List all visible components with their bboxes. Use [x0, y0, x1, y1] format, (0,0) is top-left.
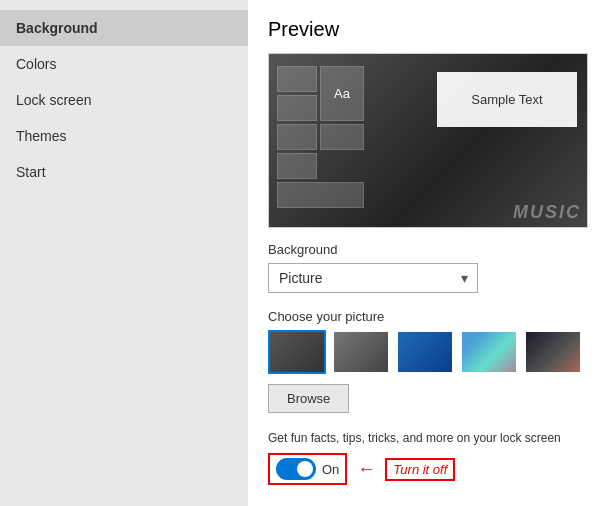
toggle-on-label: On	[322, 462, 339, 477]
background-label: Background	[268, 242, 582, 257]
lock-screen-toggle[interactable]	[276, 458, 316, 480]
sidebar-item-themes[interactable]: Themes	[0, 118, 248, 154]
preview-box: MUSIC Aa Sample Text	[268, 53, 588, 228]
turn-it-off-label[interactable]: Turn it off	[385, 458, 455, 481]
preview-sample-text-box: Sample Text	[437, 72, 577, 127]
preview-tiles: Aa	[277, 66, 367, 216]
thumb-4-inner	[462, 332, 516, 372]
preview-tile-4	[320, 124, 364, 150]
background-select[interactable]: Picture Solid color Slideshow	[268, 263, 478, 293]
picture-thumb-2[interactable]	[332, 330, 390, 374]
picture-thumb-1[interactable]	[268, 330, 326, 374]
toggle-row: On ← Turn it off	[268, 453, 582, 485]
preview-music-text: MUSIC	[513, 202, 581, 223]
sidebar-item-colors[interactable]: Colors	[0, 46, 248, 82]
preview-tile-5	[277, 153, 317, 179]
preview-tile-1	[277, 66, 317, 92]
arrow-right-icon: ←	[357, 459, 375, 480]
background-dropdown-section: Background Picture Solid color Slideshow	[268, 242, 582, 293]
background-select-wrapper: Picture Solid color Slideshow	[268, 263, 478, 293]
thumb-1-inner	[270, 332, 324, 372]
thumb-5-inner	[526, 332, 580, 372]
browse-button[interactable]: Browse	[268, 384, 349, 413]
tip-text: Get fun facts, tips, tricks, and more on…	[268, 431, 578, 445]
sidebar: Background Colors Lock screen Themes Sta…	[0, 0, 248, 506]
picture-chooser	[268, 330, 582, 374]
toggle-area: On	[268, 453, 347, 485]
picture-thumb-3[interactable]	[396, 330, 454, 374]
preview-tile-3	[277, 124, 317, 150]
picture-thumb-5[interactable]	[524, 330, 582, 374]
thumb-3-inner	[398, 332, 452, 372]
preview-tile-aa: Aa	[320, 66, 364, 121]
sidebar-item-lock-screen[interactable]: Lock screen	[0, 82, 248, 118]
preview-tile-wide	[277, 182, 364, 208]
preview-tile-2	[277, 95, 317, 121]
main-content: Preview MUSIC Aa Sample Text Background …	[248, 0, 602, 506]
sidebar-item-start[interactable]: Start	[0, 154, 248, 190]
picture-thumb-4[interactable]	[460, 330, 518, 374]
choose-picture-label: Choose your picture	[268, 309, 582, 324]
page-title: Preview	[268, 18, 582, 41]
sidebar-item-background[interactable]: Background	[0, 10, 248, 46]
thumb-2-inner	[334, 332, 388, 372]
